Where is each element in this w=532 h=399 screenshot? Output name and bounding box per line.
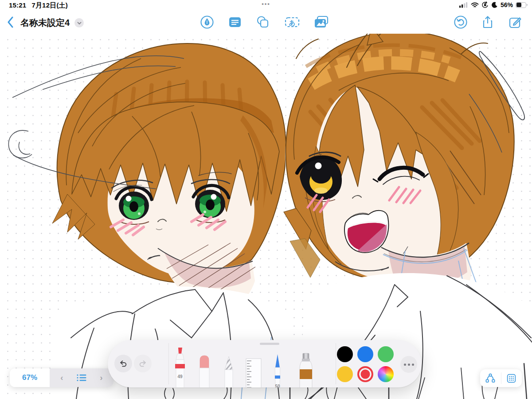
- swatch-yellow[interactable]: [337, 366, 353, 382]
- swatch-black[interactable]: [337, 346, 353, 362]
- battery-percent: 56%: [501, 1, 513, 8]
- text-tool-button[interactable]: あ: [285, 15, 300, 30]
- corner-tools: [480, 369, 522, 387]
- battery-fill: [516, 3, 522, 7]
- title-menu-button[interactable]: [74, 18, 84, 27]
- connector-diagram-icon: [485, 372, 496, 384]
- palette-more-button[interactable]: [400, 356, 417, 373]
- canvas-undo-button[interactable]: [114, 355, 132, 372]
- grid-icon: [506, 373, 517, 384]
- media-tool-button[interactable]: [313, 15, 329, 30]
- list-icon: [77, 374, 86, 382]
- swatch-green[interactable]: [378, 346, 394, 362]
- next-board-button[interactable]: ›: [94, 370, 109, 385]
- status-bar: 15:217月12日(土) ••• 56%: [0, 0, 532, 11]
- pencil-tool-palette[interactable]: 49: [108, 340, 422, 387]
- connector-diagram-button[interactable]: [480, 369, 501, 387]
- grid-button[interactable]: [501, 369, 522, 387]
- drawing-canvas[interactable]: [0, 0, 532, 399]
- cellular-signal-icon: [459, 2, 468, 8]
- chevron-down-icon: [76, 20, 82, 26]
- draw-tool-button[interactable]: [200, 15, 215, 30]
- tool-ink-bottle[interactable]: [298, 352, 314, 387]
- svg-text:50: 50: [275, 384, 280, 387]
- zoom-navigator: 67% ‹ ›: [10, 368, 113, 387]
- prev-board-button[interactable]: ‹: [55, 370, 70, 385]
- tool-pencil[interactable]: [222, 356, 238, 387]
- swatch-blue[interactable]: [357, 346, 373, 362]
- zoom-level-button[interactable]: 67%: [10, 368, 50, 387]
- moon-icon: [491, 2, 498, 8]
- toolbar: 名称未設定4 あ: [0, 11, 532, 34]
- tool-eraser[interactable]: [197, 354, 213, 387]
- battery-icon: [516, 2, 528, 8]
- multitask-indicator-icon[interactable]: •••: [0, 0, 532, 7]
- ellipsis-icon: [404, 364, 414, 366]
- document-title[interactable]: 名称未設定4: [20, 17, 70, 29]
- tool-marker[interactable]: 49: [173, 347, 189, 387]
- palette-drag-handle[interactable]: [260, 343, 279, 345]
- back-icon[interactable]: [7, 16, 14, 28]
- share-button[interactable]: [480, 15, 495, 30]
- undo-button[interactable]: [453, 15, 468, 30]
- swatch-multicolor[interactable]: [378, 366, 394, 382]
- note-tool-button[interactable]: [227, 15, 243, 30]
- svg-text:49: 49: [177, 374, 183, 379]
- board-list-button[interactable]: [74, 370, 89, 385]
- compose-button[interactable]: [508, 15, 523, 30]
- tool-ruler[interactable]: [246, 355, 262, 387]
- app-window: 15:217月12日(土) ••• 56%: [0, 0, 532, 399]
- redo-arrow-icon: [138, 359, 147, 368]
- undo-arrow-icon: [119, 359, 128, 368]
- canvas-redo-button[interactable]: [134, 355, 152, 372]
- swatch-red[interactable]: [357, 366, 373, 382]
- text-tool-glyph: あ: [289, 19, 295, 27]
- wifi-icon: [471, 2, 479, 8]
- color-swatches: [337, 346, 394, 382]
- shapes-tool-button[interactable]: [255, 15, 270, 30]
- tool-pen[interactable]: 50: [270, 353, 286, 387]
- orientation-lock-icon: [481, 1, 489, 8]
